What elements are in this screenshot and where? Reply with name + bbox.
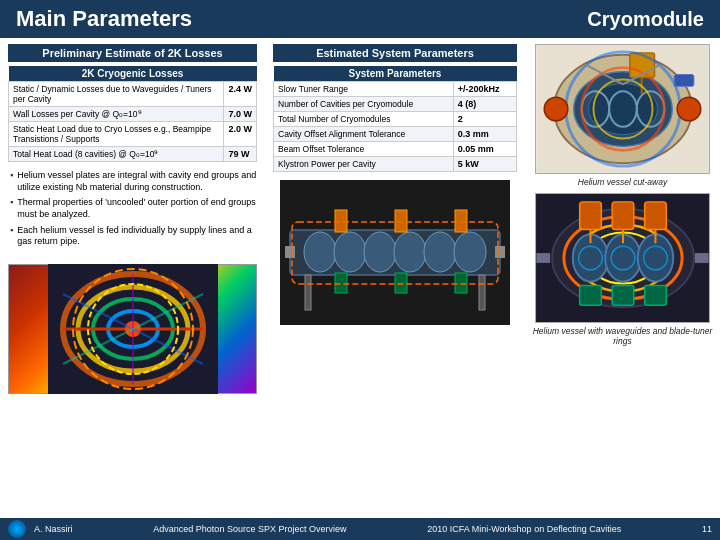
left-panel-title: Preliminary Estimate of 2K Losses xyxy=(8,44,257,62)
svg-point-17 xyxy=(394,232,426,272)
svg-point-14 xyxy=(304,232,336,272)
bullet-symbol-1: ▪ xyxy=(10,197,13,207)
sys-params-table: System Parameters Slow Tuner Range+/-200… xyxy=(273,66,517,172)
svg-point-16 xyxy=(364,232,396,272)
cryo-row-value-2: 2.0 W xyxy=(224,122,257,147)
svg-rect-20 xyxy=(335,210,347,232)
svg-rect-23 xyxy=(335,273,347,293)
svg-rect-26 xyxy=(285,246,295,258)
bottom-image-block: Helium vessel with waveguides and blade-… xyxy=(529,193,716,346)
cryo-row-label-3: Total Heat Load (8 cavities) @ Q₀=10⁹ xyxy=(9,147,224,162)
svg-rect-65 xyxy=(536,253,550,263)
svg-rect-63 xyxy=(612,286,634,306)
bullet-item-2: ▪Each helium vessel is fed individually … xyxy=(10,225,257,248)
cryo-row-label-0: Static / Dynamic Losses due to Waveguide… xyxy=(9,82,224,107)
sys-row-value-2: 2 xyxy=(453,112,516,127)
sys-row-label-4: Beam Offset Tolerance xyxy=(274,142,454,157)
cryo-row-value-0: 2.4 W xyxy=(224,82,257,107)
cryo-row-label-1: Wall Losses per Cavity @ Q₀=10⁹ xyxy=(9,107,224,122)
header: Main Parameters Cryomodule xyxy=(0,0,720,38)
footer-page: 11 xyxy=(702,524,712,534)
helium-vessel-waveguides-image xyxy=(535,193,710,323)
header-right-title: Cryomodule xyxy=(587,8,704,31)
footer-author: A. Nassiri xyxy=(34,524,73,534)
svg-point-18 xyxy=(424,232,456,272)
bullet-list: ▪Helium vessel plates are integral with … xyxy=(8,170,257,252)
sys-row-value-5: 5 kW xyxy=(453,157,516,172)
sys-row-label-3: Cavity Offset Alignment Tolerance xyxy=(274,127,454,142)
bottom-image-label: Helium vessel with waveguides and blade-… xyxy=(529,326,716,346)
svg-point-44 xyxy=(544,97,568,121)
cryo-row-value-1: 7.0 W xyxy=(224,107,257,122)
cryo-losses-table: 2K Cryogenic Losses Static / Dynamic Los… xyxy=(8,66,257,162)
svg-point-19 xyxy=(454,232,486,272)
right-panel: Helium vessel cut-away xyxy=(525,38,720,540)
center-panel: Estimated System Parameters System Param… xyxy=(265,38,525,540)
cryo-losses-header: 2K Cryogenic Losses xyxy=(9,66,257,82)
svg-rect-57 xyxy=(612,202,634,230)
svg-rect-24 xyxy=(395,273,407,293)
svg-rect-66 xyxy=(695,253,709,263)
svg-rect-27 xyxy=(495,246,505,258)
svg-rect-21 xyxy=(395,210,407,232)
bullet-symbol-2: ▪ xyxy=(10,225,13,235)
bullet-item-1: ▪Thermal properties of 'uncooled' outer … xyxy=(10,197,257,220)
left-panel: Preliminary Estimate of 2K Losses 2K Cry… xyxy=(0,38,265,540)
sys-row-value-1: 4 (8) xyxy=(453,97,516,112)
sys-row-value-3: 0.3 mm xyxy=(453,127,516,142)
sys-row-label-0: Slow Tuner Range xyxy=(274,82,454,97)
main-content: Preliminary Estimate of 2K Losses 2K Cry… xyxy=(0,38,720,540)
sys-row-label-5: Klystron Power per Cavity xyxy=(274,157,454,172)
svg-rect-64 xyxy=(645,286,667,306)
footer-left: A. Nassiri xyxy=(8,520,73,538)
sys-row-label-1: Number of Cavities per Cryomodule xyxy=(274,97,454,112)
top-image-label: Helium vessel cut-away xyxy=(578,177,667,187)
svg-rect-25 xyxy=(455,273,467,293)
page-title: Main Parameters xyxy=(16,6,587,32)
sys-params-header: System Parameters xyxy=(274,66,517,82)
sys-row-value-0: +/-200kHz xyxy=(453,82,516,97)
center-diagram xyxy=(280,180,510,325)
svg-rect-56 xyxy=(580,202,602,230)
svg-point-15 xyxy=(334,232,366,272)
svg-point-45 xyxy=(677,97,701,121)
footer-event: 2010 ICFA Mini-Workshop on Deflecting Ca… xyxy=(427,524,621,534)
cryo-row-value-3: 79 W xyxy=(224,147,257,162)
sys-row-label-2: Total Number of Cryomodules xyxy=(274,112,454,127)
svg-rect-43 xyxy=(674,75,694,87)
svg-rect-58 xyxy=(645,202,667,230)
svg-rect-29 xyxy=(479,275,485,310)
coil-image xyxy=(8,264,257,394)
cryo-row-label-2: Static Heat Load due to Cryo Losses e.g.… xyxy=(9,122,224,147)
footer-presentation-title: Advanced Photon Source SPX Project Overv… xyxy=(153,524,346,534)
footer: A. Nassiri Advanced Photon Source SPX Pr… xyxy=(0,518,720,540)
bullet-text-1: Thermal properties of 'uncooled' outer p… xyxy=(17,197,257,220)
bullet-item-0: ▪Helium vessel plates are integral with … xyxy=(10,170,257,193)
svg-rect-22 xyxy=(455,210,467,232)
sys-row-value-4: 0.05 mm xyxy=(453,142,516,157)
svg-rect-28 xyxy=(305,275,311,310)
svg-rect-62 xyxy=(580,286,602,306)
top-image-block: Helium vessel cut-away xyxy=(529,44,716,187)
helium-vessel-cutaway-image xyxy=(535,44,710,174)
bullet-text-2: Each helium vessel is fed individually b… xyxy=(17,225,257,248)
bullet-text-0: Helium vessel plates are integral with c… xyxy=(17,170,257,193)
footer-logo xyxy=(8,520,26,538)
bullet-symbol-0: ▪ xyxy=(10,170,13,180)
center-panel-title: Estimated System Parameters xyxy=(273,44,517,62)
